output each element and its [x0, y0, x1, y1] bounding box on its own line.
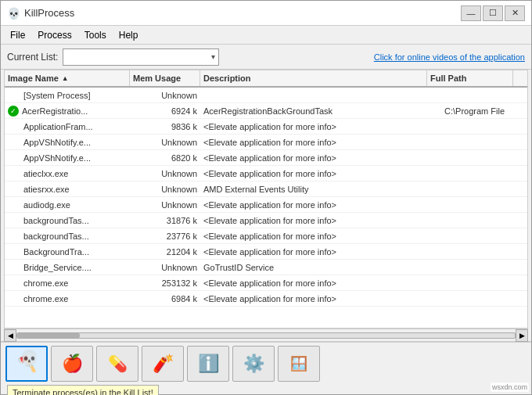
process-name: [System Process] [23, 91, 91, 100]
menu-tools[interactable]: Tools [78, 28, 113, 42]
hscroll-right-btn[interactable]: ▶ [516, 329, 528, 342]
table-row[interactable]: BackgroundTra...21204 k<Elevate applicat… [5, 244, 527, 260]
kill-button[interactable]: 🪓 💀 [5, 346, 48, 382]
process-name: AcerRegistratio... [22, 106, 88, 116]
cell-image-name: BackgroundTra... [5, 246, 130, 257]
table-row[interactable]: [System Process]Unknown [5, 88, 527, 103]
cell-description: <Elevate application for more info> [200, 138, 441, 147]
cell-image-name: AppVShNotify.e... [5, 153, 130, 163]
icon-spacer [8, 199, 20, 210]
menu-process[interactable]: Process [31, 28, 77, 42]
icon-spacer [8, 137, 20, 148]
table-row[interactable]: AppVShNotify.e...6820 k<Elevate applicat… [5, 150, 527, 166]
cell-image-name: backgroundTas... [5, 215, 130, 226]
cell-image-name: backgroundTas... [5, 231, 130, 242]
process-name: atiesrxx.exe [23, 185, 70, 194]
settings-button[interactable]: ⚙️ [232, 346, 275, 382]
bottom-toolbar: 🪓 💀 🍎 💊 🧨 ℹ️ ⚙️ 🪟 Terminate process(es [1, 341, 531, 394]
table-row[interactable]: backgroundTas...31876 k<Elevate applicat… [5, 213, 527, 228]
icon-spacer [8, 231, 20, 242]
cell-mem-usage: Unknown [130, 263, 200, 272]
process-name: AppVShNotify.e... [23, 153, 91, 163]
menubar: File Process Tools Help [1, 26, 531, 45]
wsxdn-badge: wsxdn.com [491, 382, 529, 392]
table-row[interactable]: chrome.exe253132 k<Elevate application f… [5, 275, 527, 291]
cell-mem-usage: 253132 k [130, 278, 200, 288]
header-image-name[interactable]: Image Name ▲ [5, 70, 130, 86]
process-name: chrome.exe [23, 294, 68, 303]
cell-description: <Elevate application for more info> [200, 169, 441, 178]
table-body[interactable]: [System Process]Unknown✓AcerRegistratio.… [5, 88, 527, 328]
icon-spacer [8, 278, 20, 289]
process-name: chrome.exe [23, 278, 68, 288]
cell-description: <Elevate application for more info> [200, 232, 441, 241]
main-window: 💀 KillProcess — ☐ ✕ File Process Tools H… [0, 0, 532, 395]
menu-help[interactable]: Help [113, 28, 145, 42]
table-row[interactable]: Bridge_Service....UnknownGoTrustID Servi… [5, 260, 527, 275]
table-row[interactable]: ApplicationFram...9836 k<Elevate applica… [5, 119, 527, 135]
process-table: Image Name ▲ Mem Usage Description Full … [4, 70, 528, 329]
icon-spacer [8, 184, 20, 195]
cell-image-name: audiodg.exe [5, 199, 130, 210]
close-button[interactable]: ✕ [505, 5, 525, 21]
hscroll-left-btn[interactable]: ◀ [4, 329, 16, 342]
header-mem-usage[interactable]: Mem Usage [130, 70, 200, 86]
table-row[interactable]: audiodg.exeUnknown<Elevate application f… [5, 197, 527, 213]
bomb-button[interactable]: 🧨 [142, 346, 184, 382]
process-name: atieclxx.exe [23, 169, 68, 178]
horizontal-scrollbar[interactable]: ◀ ▶ [4, 329, 528, 341]
cell-image-name: [System Process] [5, 90, 130, 101]
apple-button[interactable]: 🍎 [51, 346, 93, 382]
process-name: AppVShNotify.e... [23, 138, 91, 147]
cell-mem-usage: 6984 k [130, 294, 200, 303]
online-videos-link[interactable]: Click for online videos of the applicati… [374, 52, 525, 62]
cell-image-name: ✓AcerRegistratio... [5, 106, 130, 117]
cell-mem-usage: Unknown [130, 200, 200, 210]
titlebar-buttons: — ☐ ✕ [461, 5, 525, 21]
hscroll-thumb[interactable] [17, 333, 80, 338]
cell-mem-usage: 23776 k [130, 232, 200, 241]
table-row[interactable]: atiesrxx.exeUnknownAMD External Events U… [5, 181, 527, 197]
cell-image-name: ApplicationFram... [5, 121, 130, 132]
icon-spacer [8, 262, 20, 273]
menu-file[interactable]: File [4, 28, 31, 42]
pill-button[interactable]: 💊 [96, 346, 138, 382]
apple-icon: 🍎 [62, 354, 83, 374]
combo-arrow-icon: ▾ [211, 52, 215, 61]
minimize-button[interactable]: — [461, 5, 481, 21]
cell-image-name: atiesrxx.exe [5, 184, 130, 195]
cell-description: <Elevate application for more info> [200, 153, 441, 163]
cell-mem-usage: 31876 k [130, 216, 200, 225]
cell-description: <Elevate application for more info> [200, 200, 441, 210]
icon-spacer [8, 121, 20, 132]
icon-spacer [8, 246, 20, 257]
hscroll-track[interactable] [16, 332, 516, 339]
info-icon: ℹ️ [198, 354, 219, 374]
header-full-path[interactable]: Full Path [427, 70, 513, 86]
process-name: backgroundTas... [23, 232, 89, 241]
cell-full-path: C:\Program File [441, 106, 527, 116]
gear-icon: ⚙️ [243, 354, 264, 374]
icon-spacer [8, 153, 20, 163]
cell-mem-usage: 6924 k [130, 106, 200, 116]
table-row[interactable]: backgroundTas...23776 k<Elevate applicat… [5, 228, 527, 244]
table-row[interactable]: chrome.exe6984 k<Elevate application for… [5, 291, 527, 307]
cell-description: <Elevate application for more info> [200, 278, 441, 288]
green-check-icon: ✓ [8, 106, 19, 117]
header-scrollbar-spacer [513, 70, 527, 86]
table-row[interactable]: ✓AcerRegistratio...6924 kAcerRegistratio… [5, 103, 527, 119]
info-button[interactable]: ℹ️ [187, 346, 229, 382]
icon-spacer [8, 215, 20, 226]
window-button[interactable]: 🪟 [278, 346, 320, 382]
cell-mem-usage: 6820 k [130, 153, 200, 163]
cell-mem-usage: Unknown [130, 138, 200, 147]
current-list-combo[interactable]: ▾ [63, 48, 219, 66]
process-name: BackgroundTra... [23, 247, 89, 257]
bomb-icon: 🧨 [153, 354, 174, 374]
table-row[interactable]: atieclxx.exeUnknown<Elevate application … [5, 166, 527, 181]
table-row[interactable]: AppVShNotify.e...Unknown<Elevate applica… [5, 135, 527, 150]
cell-description: <Elevate application for more info> [200, 216, 441, 225]
header-description[interactable]: Description [200, 70, 427, 86]
maximize-button[interactable]: ☐ [483, 5, 503, 21]
cell-mem-usage: 21204 k [130, 247, 200, 257]
